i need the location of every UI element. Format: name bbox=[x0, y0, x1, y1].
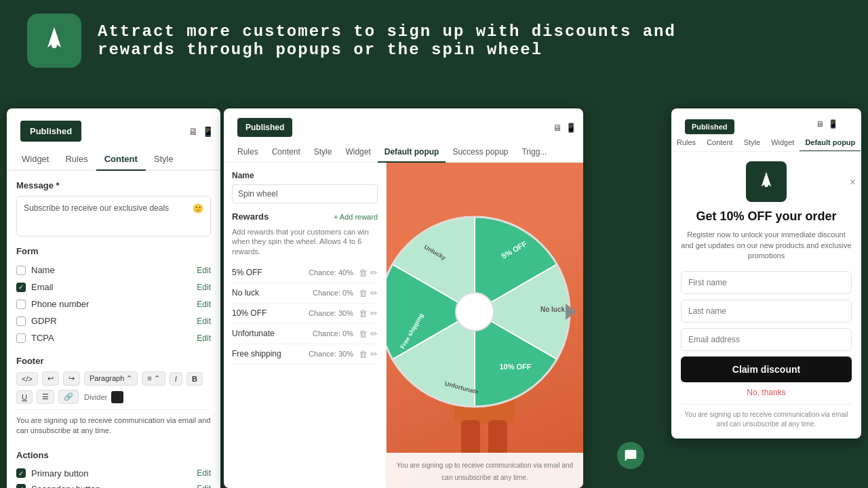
reward-icons-2: 🗑 ✏ bbox=[359, 308, 378, 319]
edit-icon-3[interactable]: ✏ bbox=[370, 329, 378, 339]
message-label: Message * bbox=[16, 180, 211, 190]
delete-icon-3[interactable]: 🗑 bbox=[359, 329, 368, 339]
header-title: Attract more customers to sign up with d… bbox=[98, 22, 676, 59]
delete-icon-2[interactable]: 🗑 bbox=[359, 308, 368, 319]
claim-discount-button[interactable]: Claim discount bbox=[681, 357, 852, 382]
right-panel-status: Published bbox=[685, 119, 734, 134]
reward-name-0: 5% OFF bbox=[232, 268, 309, 277]
checkbox-phone[interactable] bbox=[16, 300, 26, 309]
reward-row-4: Free shipping Chance: 30% 🗑 ✏ bbox=[232, 344, 378, 365]
form-label: Form bbox=[16, 246, 211, 256]
delete-icon-4[interactable]: 🗑 bbox=[359, 349, 368, 359]
edit-primary[interactable]: Edit bbox=[197, 468, 211, 478]
spin-wheel-svg: 5% OFF No luck 10% OFF Unfortunate Free … bbox=[387, 176, 576, 420]
reward-name-2: 10% OFF bbox=[232, 308, 309, 318]
bold-btn[interactable]: B bbox=[186, 372, 203, 386]
emoji-icon[interactable]: 🙂 bbox=[193, 203, 203, 214]
brand-rocket-icon bbox=[754, 169, 778, 194]
form-item-gdpr: GDPR bbox=[31, 316, 197, 326]
logo bbox=[27, 14, 81, 68]
edit-name[interactable]: Edit bbox=[197, 266, 211, 275]
reward-icons-1: 🗑 ✏ bbox=[359, 288, 378, 298]
reward-icons-0: 🗑 ✏ bbox=[359, 268, 378, 278]
right-tab-success-popup[interactable]: Success popup bbox=[861, 134, 861, 152]
edit-email[interactable]: Edit bbox=[197, 283, 211, 292]
tab-rules[interactable]: Rules bbox=[57, 148, 96, 171]
right-tab-style[interactable]: Style bbox=[738, 134, 766, 152]
mid-tab-rules[interactable]: Rules bbox=[231, 142, 265, 163]
edit-icon-4[interactable]: ✏ bbox=[370, 349, 378, 359]
edit-gdpr[interactable]: Edit bbox=[197, 317, 211, 326]
right-tab-default-popup[interactable]: Default popup bbox=[800, 134, 861, 152]
no-thanks-link[interactable]: No, thanks bbox=[681, 388, 852, 397]
mid-form: Name Rewards + Add reward Add rewards th… bbox=[224, 163, 387, 488]
mid-tab-widget[interactable]: Widget bbox=[338, 142, 377, 163]
checkbox-name[interactable] bbox=[16, 266, 26, 275]
code-btn[interactable]: </> bbox=[16, 372, 38, 386]
italic-btn[interactable]: I bbox=[170, 372, 182, 386]
link-btn[interactable]: 🔗 bbox=[58, 390, 79, 404]
mid-tab-success-popup[interactable]: Success popup bbox=[446, 142, 515, 163]
footer-label: Footer bbox=[16, 356, 211, 366]
underline-btn[interactable]: U bbox=[16, 390, 33, 404]
mid-tab-trigg[interactable]: Trigg... bbox=[515, 142, 553, 163]
svg-text:10% OFF: 10% OFF bbox=[499, 363, 531, 371]
delete-icon-0[interactable]: 🗑 bbox=[359, 268, 368, 278]
chat-bubble[interactable] bbox=[617, 442, 644, 469]
edit-icon-2[interactable]: ✏ bbox=[370, 308, 378, 319]
right-tab-rules[interactable]: Rules bbox=[671, 134, 701, 152]
tab-style[interactable]: Style bbox=[146, 148, 182, 171]
checkbox-gdpr[interactable] bbox=[16, 317, 26, 326]
edit-secondary[interactable]: Edit bbox=[197, 484, 211, 488]
name-input[interactable] bbox=[232, 184, 378, 203]
reward-name-1: No luck bbox=[232, 288, 313, 298]
brand-logo bbox=[746, 161, 787, 202]
reward-row-0: 5% OFF Chance: 40% 🗑 ✏ bbox=[232, 263, 378, 283]
undo-btn[interactable]: ↩ bbox=[42, 371, 59, 386]
close-button[interactable]: × bbox=[850, 176, 856, 188]
mid-tab-style[interactable]: Style bbox=[307, 142, 339, 163]
tab-widget[interactable]: Widget bbox=[14, 148, 57, 171]
svg-point-8 bbox=[456, 293, 494, 331]
paragraph-btn[interactable]: Paragraph ⌃ bbox=[84, 371, 138, 386]
mid-panel-status: Published bbox=[237, 118, 292, 137]
mid-desktop-icon[interactable]: 🖥 bbox=[553, 123, 561, 133]
mid-mobile-icon[interactable]: 📱 bbox=[566, 123, 576, 133]
form-item-email: Email bbox=[31, 282, 197, 292]
edit-phone[interactable]: Edit bbox=[197, 300, 211, 309]
list-btn[interactable]: ☰ bbox=[37, 390, 54, 404]
checkbox-tcpa[interactable] bbox=[16, 333, 26, 343]
form-row-email: ✓ Email Edit bbox=[16, 279, 211, 296]
right-mobile-icon[interactable]: 📱 bbox=[828, 119, 838, 129]
reward-row-3: Unfortunate Chance: 0% 🗑 ✏ bbox=[232, 324, 378, 344]
edit-icon-1[interactable]: ✏ bbox=[370, 288, 378, 298]
desktop-icon[interactable]: 🖥 bbox=[189, 126, 198, 137]
action-primary: ✓ Primary button Edit bbox=[16, 466, 211, 481]
add-reward-btn[interactable]: + Add reward bbox=[334, 213, 378, 221]
checkbox-primary[interactable]: ✓ bbox=[16, 468, 26, 478]
email-input[interactable] bbox=[681, 328, 852, 351]
color-swatch[interactable] bbox=[111, 391, 123, 403]
right-body: Get 10% OFF your order Register now to u… bbox=[671, 152, 861, 439]
edit-icon-0[interactable]: ✏ bbox=[370, 268, 378, 278]
last-name-input[interactable] bbox=[681, 300, 852, 323]
right-tab-content[interactable]: Content bbox=[701, 134, 738, 152]
first-name-input[interactable] bbox=[681, 271, 852, 294]
action-secondary: ✓ Secondary button Edit bbox=[16, 481, 211, 488]
align-btn[interactable]: ≡ ⌃ bbox=[142, 371, 165, 386]
reward-name-3: Unfortunate bbox=[232, 329, 313, 338]
delete-icon-1[interactable]: 🗑 bbox=[359, 288, 368, 298]
tab-content[interactable]: Content bbox=[96, 148, 146, 171]
mid-body: Name Rewards + Add reward Add rewards th… bbox=[224, 163, 583, 488]
mid-tab-default-popup[interactable]: Default popup bbox=[378, 142, 446, 163]
right-desktop-icon[interactable]: 🖥 bbox=[816, 119, 824, 129]
edit-tcpa[interactable]: Edit bbox=[197, 333, 211, 343]
redo-btn[interactable]: ↪ bbox=[63, 371, 80, 386]
mid-tab-content[interactable]: Content bbox=[265, 142, 307, 163]
checkbox-email[interactable]: ✓ bbox=[16, 283, 26, 292]
right-tab-widget[interactable]: Widget bbox=[766, 134, 800, 152]
checkbox-secondary[interactable]: ✓ bbox=[16, 484, 26, 488]
action-primary-label: Primary button bbox=[31, 468, 197, 479]
message-textarea[interactable]: Subscribe to receive our exclusive deals… bbox=[16, 196, 211, 237]
mobile-icon[interactable]: 📱 bbox=[202, 126, 214, 137]
